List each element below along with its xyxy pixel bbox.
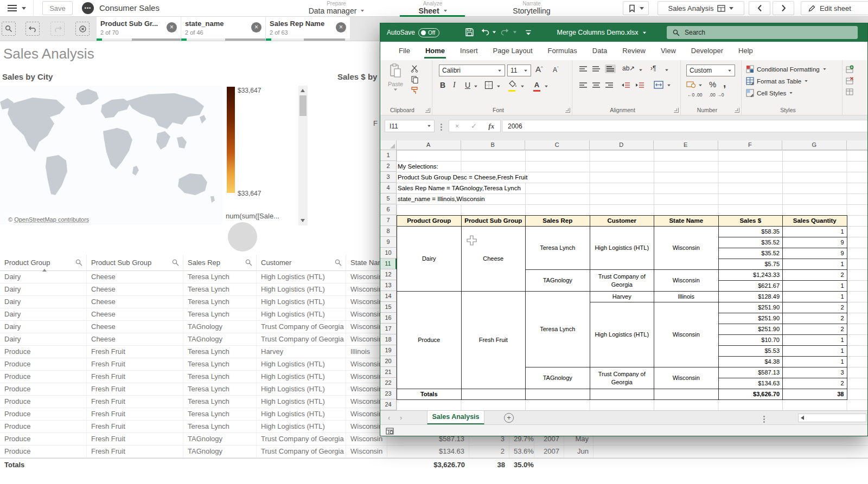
- sheet-cell[interactable]: Produce: [397, 291, 462, 389]
- row-header-21[interactable]: 21: [380, 367, 397, 378]
- align-right-icon[interactable]: [605, 82, 614, 88]
- selections-back-button[interactable]: [25, 22, 40, 36]
- comma-style-button[interactable]: ,: [723, 78, 726, 89]
- insert-cells-icon[interactable]: [846, 65, 854, 73]
- cut-scissors-icon[interactable]: [411, 64, 419, 73]
- sheet-cell[interactable]: Dairy: [397, 226, 462, 292]
- ribbon-tab-review[interactable]: Review: [615, 42, 653, 60]
- global-menu-button[interactable]: [0, 0, 34, 16]
- decrease-indent-icon[interactable]: [621, 82, 630, 88]
- ribbon-tab-file[interactable]: File: [391, 42, 418, 60]
- merge-center-icon[interactable]: [654, 81, 663, 89]
- sheet-cell[interactable]: $10.70: [718, 334, 783, 346]
- row-header-14[interactable]: 14: [380, 291, 397, 302]
- row-header-17[interactable]: 17: [380, 324, 397, 334]
- sheet-cell[interactable]: Trust Company of Georgia: [590, 367, 655, 389]
- row-header-11[interactable]: 11: [380, 259, 397, 269]
- sheet-cell[interactable]: $587.13: [718, 367, 783, 378]
- workbook-title[interactable]: Merge Columns Demo.xlsx: [556, 23, 648, 42]
- accounting-format-icon[interactable]: [686, 81, 695, 88]
- clear-selection-icon[interactable]: ×: [336, 22, 346, 33]
- clear-selections-button[interactable]: [75, 22, 90, 36]
- sheet-cell[interactable]: $35.52: [718, 248, 783, 259]
- sheet-cell[interactable]: $1,243.33: [718, 269, 783, 281]
- sheet-cell[interactable]: 1: [782, 291, 847, 302]
- undo-icon[interactable]: [480, 28, 489, 37]
- nav-prepare[interactable]: Prepare Data manager: [293, 0, 380, 16]
- row-header-22[interactable]: 22: [380, 378, 397, 389]
- sheet-cell[interactable]: 38: [782, 389, 847, 400]
- sheet-cell[interactable]: $128.49: [718, 291, 783, 302]
- row-header-3[interactable]: 3: [380, 172, 397, 183]
- sheet-cell[interactable]: $251.90: [718, 313, 783, 324]
- map-attribution[interactable]: © OpenStreetMap contributors: [7, 216, 91, 223]
- font-size-combo[interactable]: 11: [507, 64, 531, 76]
- next-sheet-icon[interactable]: ›: [400, 414, 402, 422]
- borders-dropdown-icon[interactable]: [497, 86, 500, 88]
- merge-dropdown-icon[interactable]: [667, 85, 671, 87]
- formula-input[interactable]: 2006: [503, 120, 867, 132]
- app-name[interactable]: Consumer Sales: [99, 0, 159, 16]
- clipboard-dialog-launcher-icon[interactable]: [425, 108, 430, 113]
- sheet-cell[interactable]: Illinois: [654, 291, 719, 302]
- new-sheet-button[interactable]: +: [504, 413, 514, 423]
- sheet-cell[interactable]: 1: [782, 226, 847, 237]
- world-map-chart[interactable]: © OpenStreetMap contributors: [0, 86, 222, 224]
- row-header-20[interactable]: 20: [380, 356, 397, 367]
- row-header-15[interactable]: 15: [380, 302, 397, 313]
- autosave-switch[interactable]: Off: [418, 28, 439, 37]
- nav-analyze[interactable]: Analyze Sheet: [399, 0, 467, 16]
- sheet-cell[interactable]: Harvey: [590, 291, 655, 302]
- row-header-10[interactable]: 10: [380, 248, 397, 259]
- sheet-cell[interactable]: $4.38: [718, 356, 783, 367]
- row-header-2[interactable]: 2: [380, 161, 397, 172]
- font-color-button[interactable]: A: [533, 80, 540, 92]
- sheet-cell[interactable]: 2: [782, 324, 847, 335]
- sheet-cell[interactable]: 9: [782, 248, 847, 259]
- insert-function-icon[interactable]: fx: [488, 122, 494, 131]
- column-header-C[interactable]: C: [525, 140, 590, 150]
- horizontal-scrollbar[interactable]: [798, 414, 866, 422]
- grow-font-button[interactable]: A^: [535, 64, 543, 74]
- bold-button[interactable]: B: [440, 81, 445, 89]
- bookmark-button[interactable]: [623, 1, 649, 15]
- orientation-dropdown-icon[interactable]: [639, 69, 642, 72]
- row-header-18[interactable]: 18: [380, 334, 397, 345]
- scroll-left-icon[interactable]: [801, 416, 804, 420]
- ribbon-tab-insert[interactable]: Insert: [452, 42, 486, 60]
- underline-dropdown-icon[interactable]: [474, 86, 477, 88]
- sheet-cell[interactable]: Fresh Fruit: [461, 291, 526, 389]
- sheet-cell[interactable]: Customer: [590, 215, 655, 227]
- orientation-button[interactable]: ab↗: [622, 64, 635, 72]
- sheet-tab-sales-analysis[interactable]: Sales Analysis: [427, 411, 484, 425]
- smart-search-button[interactable]: [2, 22, 16, 36]
- sheet-cell[interactable]: My Selections:: [397, 162, 443, 172]
- align-bottom-icon[interactable]: [605, 64, 616, 73]
- align-left-icon[interactable]: [579, 82, 588, 88]
- sheet-cell[interactable]: $134.63: [718, 378, 783, 389]
- sheet-cell[interactable]: Sales Rep: [525, 215, 590, 227]
- sheet-cell[interactable]: 1: [782, 345, 847, 357]
- selection-chip-sales-rep[interactable]: Sales Rep Name 2 of 63 ×: [266, 17, 350, 41]
- search-icon[interactable]: [245, 259, 252, 266]
- column-header-D[interactable]: D: [590, 140, 654, 150]
- cell-styles-button[interactable]: Cell Styles: [746, 89, 842, 97]
- previous-sheet-button[interactable]: [749, 1, 770, 15]
- conditional-formatting-button[interactable]: Conditional Formatting: [746, 65, 842, 73]
- row-header-5[interactable]: 5: [380, 193, 397, 204]
- accounting-dropdown-icon[interactable]: [699, 85, 702, 87]
- sheet-cell[interactable]: 2: [782, 378, 847, 389]
- selections-forward-button[interactable]: [50, 22, 65, 36]
- row-header-24[interactable]: 24: [380, 399, 397, 410]
- sheet-cell[interactable]: state_name = Illinois,Wisconsin: [397, 194, 489, 204]
- enter-icon[interactable]: ✓: [471, 122, 477, 130]
- clear-selection-icon[interactable]: ×: [251, 22, 261, 33]
- increase-indent-icon[interactable]: [635, 82, 644, 88]
- decrease-decimal-button[interactable]: .00 →0: [709, 93, 724, 98]
- row-header-13[interactable]: 13: [380, 280, 397, 291]
- sheet-cell[interactable]: 9: [782, 237, 847, 248]
- font-name-combo[interactable]: Calibri: [439, 64, 505, 76]
- font-dialog-launcher-icon[interactable]: [565, 108, 570, 113]
- legend-scrollbar[interactable]: [298, 86, 308, 225]
- selection-chip-product-sub-group[interactable]: Product Sub Gr... 2 of 70 ×: [97, 17, 181, 41]
